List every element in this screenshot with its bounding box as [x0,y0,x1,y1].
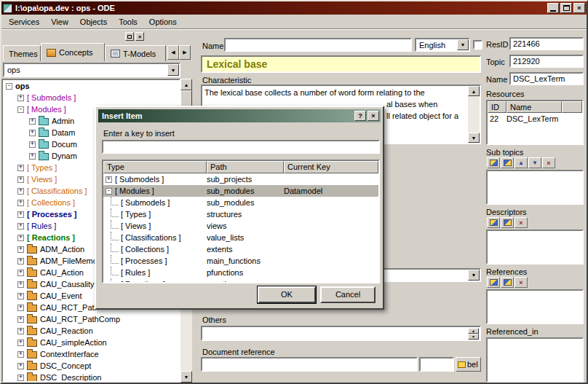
close-button[interactable]: × [573,3,585,13]
tree-item[interactable]: DSC_Concept [3,360,179,372]
menu-item-options[interactable]: Options [143,15,183,28]
panel-close-button[interactable]: × [135,32,144,41]
topic-input[interactable] [509,55,584,68]
collapse-icon[interactable] [17,106,24,113]
expand-icon[interactable] [106,176,112,183]
resid-input[interactable] [509,37,584,50]
references-list[interactable] [486,289,584,324]
subtopics-list[interactable] [486,170,584,205]
scroll-up-button[interactable]: ▲ [180,79,192,90]
expand-icon[interactable] [17,235,24,241]
expand-icon[interactable] [17,95,24,101]
resource-name-input[interactable] [509,72,584,85]
insert-table-row[interactable]: [ Submodels ] sub_modules [103,197,378,208]
expand-icon[interactable] [17,211,24,218]
link-button[interactable] [501,277,514,288]
others-input[interactable]: ▲ ▼ [201,326,481,341]
document-reference-input[interactable] [201,357,418,372]
menu-item-objects[interactable]: Objects [74,15,113,28]
scroll-up-button[interactable]: ▲ [468,328,479,334]
cancel-button[interactable]: Cancel [320,286,376,303]
tab-scroll-left-button[interactable]: ◀ [167,45,179,60]
column-header-type[interactable]: Type [103,161,207,173]
column-header-extra[interactable] [562,101,582,113]
others-scrollbar[interactable]: ▲ ▼ [468,328,479,339]
expand-icon[interactable] [17,351,24,358]
tree-item[interactable]: ContextInterface [3,348,179,360]
tree-item[interactable]: ops [3,80,179,92]
column-header-id[interactable]: ID [488,101,506,113]
expand-icon[interactable] [17,165,24,171]
expand-icon[interactable] [17,200,24,206]
scroll-down-button[interactable]: ▼ [468,334,479,340]
resource-row[interactable]: 22 DSC_LexTerm [488,113,582,124]
expand-icon[interactable] [17,281,24,288]
insert-table-row[interactable]: [ Views ] views [103,220,378,232]
expand-icon[interactable] [29,141,36,148]
document-reference-secondary-input[interactable] [419,357,454,372]
unlink-button[interactable]: × [514,217,528,228]
expand-icon[interactable] [17,223,24,230]
expand-icon[interactable] [17,363,24,369]
insert-item-dialog[interactable]: Insert Item ? × Enter a key to insert Ty… [95,106,384,310]
key-input[interactable] [102,140,380,154]
language-checkbox[interactable] [473,40,482,50]
dialog-titlebar[interactable]: Insert Item ? × [98,109,381,122]
tree-item[interactable]: CAU_RCT_PathComp [3,313,179,325]
expand-icon[interactable] [17,188,24,195]
referenced-in-list[interactable] [486,337,584,383]
textarea-scrollbar[interactable]: ▲ ▼ [468,86,480,143]
link-button[interactable] [501,217,514,228]
insert-button[interactable] [487,217,500,228]
concept-combo-dropdown-button[interactable]: ▼ [167,64,179,76]
column-header-path[interactable]: Path [207,161,284,173]
expand-icon[interactable] [17,305,24,311]
insert-button[interactable] [487,157,500,168]
insert-table-row[interactable]: [ Types ] structures [103,208,378,220]
tab-tmodels[interactable]: T-Models [105,45,166,61]
expand-icon[interactable] [17,270,24,276]
expand-icon[interactable] [17,246,24,253]
concept-combobox[interactable]: ops ▼ [3,63,180,77]
language-dropdown-button[interactable]: ▼ [457,39,469,50]
move-down-button[interactable]: ▼ [528,157,541,168]
descriptors-list[interactable] [486,230,584,265]
menu-item-tools[interactable]: Tools [113,15,143,28]
insert-table-row[interactable]: [ Collections ] extents [103,243,378,255]
insert-button[interactable] [487,277,500,288]
dialog-close-button[interactable]: × [368,111,379,121]
tree-item[interactable]: CAU_Reaction [3,325,179,337]
tree-item[interactable]: DSC_Description [3,372,179,383]
insert-table[interactable]: Type Path Current Key [ Submodels ] sub_… [102,160,380,283]
language-combobox[interactable]: English ▼ [415,38,470,52]
scroll-down-button[interactable]: ▼ [468,133,480,143]
tab-themes[interactable]: Themes [3,45,41,61]
insert-table-row[interactable]: [ Submodels ] sub_projects [103,173,378,185]
expand-icon[interactable] [17,293,24,299]
insert-table-row-selected[interactable]: [ Modules ] sub_modules Datamodel [103,185,378,197]
expand-icon[interactable] [29,118,36,125]
panel-float-button[interactable] [125,32,134,41]
link-button[interactable] [501,157,514,168]
collapse-icon[interactable] [106,188,112,195]
window-titlebar[interactable]: I:\opa\opa.dev : ops - ODE × [1,1,587,15]
insert-table-row[interactable]: [ Classifications ] value_lists [103,232,378,243]
expand-icon[interactable] [29,153,36,160]
expand-icon[interactable] [17,328,24,334]
expand-icon[interactable] [17,176,24,183]
label-button[interactable]: bel [456,357,481,372]
tab-concepts[interactable]: Concepts [41,43,105,61]
expand-icon[interactable] [17,258,24,265]
tree-item[interactable]: CAU_simpleAction [3,337,179,348]
minimize-button[interactable] [547,3,559,13]
name-input[interactable] [224,38,412,52]
expand-icon[interactable] [29,130,36,136]
ok-button[interactable]: OK [258,286,316,303]
insert-table-row[interactable]: [ Reactions ] reactions [103,278,378,283]
menu-item-services[interactable]: Services [3,15,45,28]
tree-item[interactable]: [ Submodels ] [3,92,179,103]
expand-icon[interactable] [17,375,24,381]
unlink-button[interactable]: × [514,277,528,288]
tab-scroll-right-button[interactable]: ▶ [179,45,191,60]
maximize-button[interactable] [560,3,572,13]
